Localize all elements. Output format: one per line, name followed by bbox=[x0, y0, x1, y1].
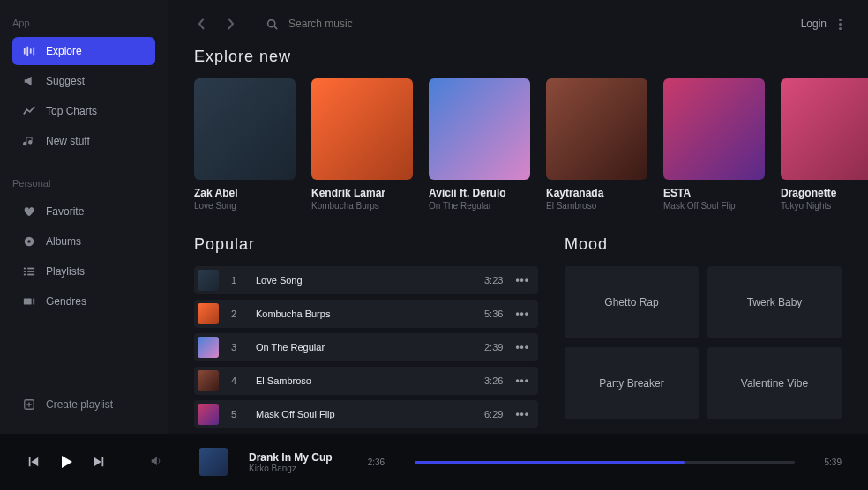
create-playlist-label: Create playlist bbox=[46, 398, 113, 411]
search-input[interactable] bbox=[288, 18, 465, 30]
svg-rect-20 bbox=[29, 457, 31, 467]
track-title: El Sambroso bbox=[256, 375, 484, 386]
more-vertical-icon[interactable] bbox=[839, 19, 842, 30]
skip-next-icon bbox=[93, 456, 105, 468]
album-art bbox=[429, 78, 530, 180]
total-time: 5:39 bbox=[825, 457, 842, 467]
explore-card[interactable]: KaytranadaEl Sambroso bbox=[546, 78, 647, 211]
explore-card[interactable]: Kendrik LamarKombucha Burps bbox=[311, 78, 413, 211]
next-track-button[interactable] bbox=[92, 455, 106, 469]
album-art bbox=[311, 78, 413, 180]
nav-label: Top Charts bbox=[46, 105, 97, 117]
volume-icon bbox=[150, 455, 162, 467]
elapsed-time: 2:36 bbox=[368, 457, 385, 467]
nav-back-button[interactable] bbox=[194, 16, 210, 32]
track-duration: 6:29 bbox=[484, 409, 503, 419]
nav-label: Suggest bbox=[46, 75, 85, 87]
track-more-button[interactable]: ••• bbox=[515, 341, 529, 353]
svg-rect-24 bbox=[102, 457, 104, 467]
sidebar-item-explore[interactable]: Explore bbox=[12, 37, 155, 65]
create-playlist-button[interactable]: Create playlist bbox=[12, 391, 123, 418]
progress-bar[interactable] bbox=[415, 461, 794, 464]
volume-button[interactable] bbox=[150, 455, 164, 469]
card-track: Love Song bbox=[194, 201, 296, 211]
explore-icon bbox=[23, 45, 35, 57]
tag-icon bbox=[23, 295, 35, 308]
sidebar-item-suggest[interactable]: Suggest bbox=[12, 67, 155, 95]
explore-card[interactable]: ESTAMask Off Soul Flip bbox=[663, 78, 765, 211]
track-duration: 2:39 bbox=[484, 342, 503, 353]
track-title: On The Regular bbox=[256, 342, 484, 353]
svg-rect-9 bbox=[27, 271, 34, 272]
svg-rect-2 bbox=[30, 48, 32, 53]
explore-card[interactable]: Avicii ft. DeruloOn The Regular bbox=[429, 78, 530, 211]
track-art bbox=[198, 303, 219, 324]
sidebar-item-playlists[interactable]: Playlists bbox=[12, 257, 155, 286]
play-button[interactable] bbox=[58, 454, 74, 470]
now-playing-art bbox=[199, 448, 228, 476]
card-artist: Kendrik Lamar bbox=[311, 187, 413, 199]
login-link[interactable]: Login bbox=[801, 18, 842, 30]
svg-rect-0 bbox=[24, 48, 26, 55]
explore-card[interactable]: DragonetteTokyo Nights bbox=[781, 78, 868, 211]
card-track: Kombucha Burps bbox=[311, 201, 413, 211]
track-num: 2 bbox=[224, 308, 243, 319]
explore-card[interactable]: Zak AbelLove Song bbox=[194, 78, 296, 211]
sidebar-item-new-stuff[interactable]: New stuff bbox=[12, 127, 155, 155]
svg-point-19 bbox=[839, 27, 842, 30]
sidebar-item-genres[interactable]: Gendres bbox=[12, 287, 155, 316]
svg-rect-1 bbox=[26, 47, 28, 56]
heart-icon bbox=[23, 205, 35, 218]
card-artist: Avicii ft. Derulo bbox=[429, 187, 530, 199]
search-wrap bbox=[266, 18, 465, 30]
music-note-icon bbox=[23, 135, 35, 147]
svg-rect-3 bbox=[33, 48, 34, 56]
sidebar-item-albums[interactable]: Albums bbox=[12, 227, 155, 256]
track-row[interactable]: 2Kombucha Burps5:36••• bbox=[194, 300, 538, 328]
play-icon bbox=[59, 455, 73, 469]
player-controls bbox=[26, 454, 106, 470]
svg-rect-6 bbox=[24, 268, 26, 270]
album-art bbox=[194, 78, 296, 180]
mood-cell[interactable]: Twerk Baby bbox=[707, 266, 842, 338]
mood-cell[interactable]: Valentine Vibe bbox=[707, 347, 842, 419]
sidebar-item-favorite[interactable]: Favorite bbox=[12, 197, 155, 226]
sidebar: App Explore Suggest Top Charts New stuff… bbox=[0, 0, 168, 434]
track-more-button[interactable]: ••• bbox=[515, 274, 529, 286]
track-more-button[interactable]: ••• bbox=[515, 375, 529, 387]
charts-icon bbox=[23, 105, 35, 117]
card-track: El Sambroso bbox=[546, 201, 647, 211]
prev-track-button[interactable] bbox=[26, 455, 41, 469]
nav-forward-button[interactable] bbox=[222, 16, 238, 32]
progress-fill bbox=[415, 461, 685, 464]
track-row[interactable]: 3On The Regular2:39••• bbox=[194, 333, 538, 361]
main-content: Login Explore new Zak AbelLove Song Kend… bbox=[168, 0, 868, 434]
mood-cell[interactable]: Ghetto Rap bbox=[565, 266, 699, 338]
track-row[interactable]: 5Mask Off Soul Flip6:29••• bbox=[194, 400, 538, 428]
sidebar-item-top-charts[interactable]: Top Charts bbox=[12, 97, 155, 125]
track-more-button[interactable]: ••• bbox=[515, 408, 529, 420]
track-row[interactable]: 1Love Song3:23••• bbox=[194, 266, 538, 294]
skip-prev-icon bbox=[27, 456, 40, 468]
now-playing-artist: Kirko Bangz bbox=[249, 464, 333, 473]
card-artist: Kaytranada bbox=[546, 187, 647, 199]
card-artist: Dragonette bbox=[781, 187, 868, 199]
track-art bbox=[198, 404, 219, 425]
track-num: 5 bbox=[224, 409, 243, 419]
nav-label: Favorite bbox=[46, 205, 84, 218]
nav-label: Playlists bbox=[46, 265, 85, 278]
popular-heading: Popular bbox=[194, 235, 538, 254]
megaphone-icon bbox=[23, 75, 35, 87]
track-title: Love Song bbox=[256, 275, 484, 286]
mood-cell[interactable]: Party Breaker bbox=[565, 347, 699, 419]
list-icon bbox=[23, 265, 35, 278]
track-title: Kombucha Burps bbox=[256, 308, 484, 319]
track-row[interactable]: 4El Sambroso3:26••• bbox=[194, 367, 538, 395]
topbar: Login bbox=[168, 0, 868, 42]
track-title: Mask Off Soul Flip bbox=[256, 409, 484, 419]
album-art bbox=[781, 78, 868, 180]
album-art bbox=[663, 78, 765, 180]
svg-point-15 bbox=[268, 19, 275, 26]
track-art bbox=[198, 270, 219, 291]
track-more-button[interactable]: ••• bbox=[515, 308, 529, 320]
